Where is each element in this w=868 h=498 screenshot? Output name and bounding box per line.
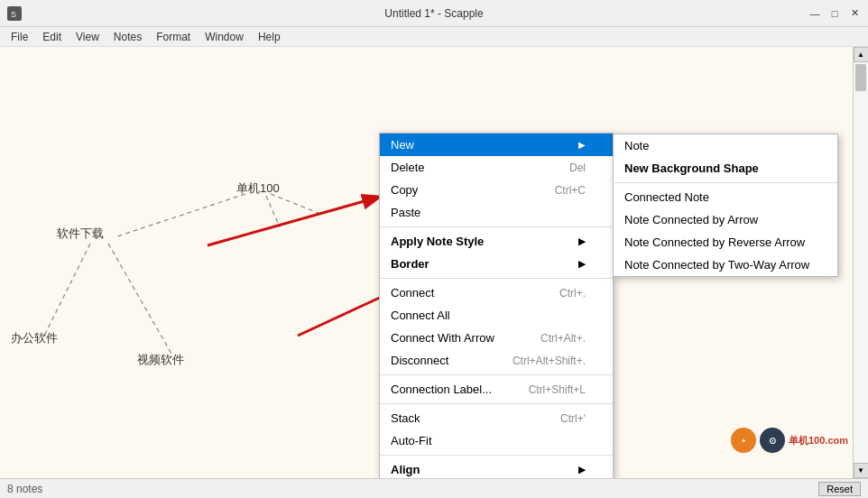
ctx-shortcut-connect: Ctrl+. [559,287,586,300]
ctx-item-connect-all[interactable]: Connect All [380,304,613,327]
ctx-label-apply-note-style: Apply Note Style [391,235,484,248]
submenu-new: Note New Background Shape Connected Note… [613,134,838,277]
ctx-item-note-connected-by-reverse-arrow[interactable]: Note Connected by Reverse Arrow [614,231,837,254]
ctx-item-connect[interactable]: Connect Ctrl+. [380,281,613,304]
ctx-item-apply-note-style[interactable]: Apply Note Style ▶ [380,230,613,253]
svg-line-2 [117,194,245,236]
ctx-item-note[interactable]: Note [614,134,837,157]
ctx-sep-3 [380,374,613,375]
ctx-arrow-border: ▶ [578,259,586,269]
menu-notes[interactable]: Notes [106,29,149,45]
ctx-sep-1 [380,226,613,227]
menu-help[interactable]: Help [251,29,288,45]
canvas-note-bangongruanjian[interactable]: 办公软件 [11,330,58,346]
window-controls: — □ ✕ [808,7,861,20]
ctx-label-note-connected-by-reverse-arrow: Note Connected by Reverse Arrow [624,235,805,249]
ctx-item-connected-note[interactable]: Connected Note [614,186,837,208]
ctx-label-paste: Paste [391,206,420,219]
menu-view[interactable]: View [69,29,106,45]
ctx-item-paste[interactable]: Paste [380,201,613,224]
canvas-note-ruanjianxiazai[interactable]: 软件下载 [57,226,104,242]
ctx-label-note-connected-by-arrow: Note Connected by Arrow [624,213,758,226]
scrollbar[interactable]: ▲ ▼ [853,47,868,478]
ctx-label-delete: Delete [391,161,425,174]
ctx-item-new[interactable]: New ▶ [380,134,613,156]
ctx-label-new: New [391,138,414,152]
svg-line-3 [43,244,90,337]
window-title: Untitled 1* - Scapple [0,7,868,20]
context-menu: New ▶ Delete Del Copy Ctrl+C Paste Apply… [379,133,614,478]
ctx-item-new-background-shape[interactable]: New Background Shape [614,157,837,180]
scroll-track[interactable] [854,62,868,463]
ctx-item-align[interactable]: Align ▶ [380,458,613,478]
ctx-item-connection-label[interactable]: Connection Label... Ctrl+Shift+L [380,378,613,401]
ctx-label-connect-with-arrow: Connect With Arrow [391,331,494,345]
ctx-label-auto-fit: Auto-Fit [391,434,432,447]
minimize-button[interactable]: — [808,7,821,20]
ctx-shortcut-connection-label: Ctrl+Shift+L [529,383,586,396]
statusbar: 8 notes Reset [0,478,868,498]
ctx-label-connect-all: Connect All [391,309,450,322]
menubar: File Edit View Notes Format Window Help [0,27,868,47]
svg-line-4 [108,244,171,354]
menu-window[interactable]: Window [198,29,251,45]
ctx-label-stack: Stack [391,411,420,425]
ctx-label-note-connected-by-two-way-arrow: Note Connected by Two-Way Arrow [624,258,809,272]
menu-format[interactable]: Format [149,29,198,45]
scroll-up-arrow[interactable]: ▲ [854,47,869,62]
ctx-label-disconnect: Disconnect [391,354,448,367]
svg-line-6 [271,194,320,214]
scroll-down-arrow[interactable]: ▼ [854,463,869,478]
ctx-arrow-new: ▶ [578,140,586,150]
ctx-label-border: Border [391,257,429,271]
sub-sep-1 [614,182,837,183]
ctx-item-connect-with-arrow[interactable]: Connect With Arrow Ctrl+Alt+. [380,327,613,349]
ctx-label-connection-label: Connection Label... [391,383,492,396]
ctx-item-copy[interactable]: Copy Ctrl+C [380,179,613,201]
canvas: 单机100 软件下载 办公软件 视频软件 New ▶ Delete Del [0,47,868,478]
svg-line-5 [266,196,280,227]
ctx-item-note-connected-by-two-way-arrow[interactable]: Note Connected by Two-Way Arrow [614,254,837,276]
menu-file[interactable]: File [4,29,35,45]
logo-text: 单机100.com [789,434,848,447]
logo-circle-dark: ⊙ [760,428,785,453]
ctx-sep-5 [380,455,613,456]
ctx-arrow-align: ▶ [578,465,586,475]
ctx-label-connect: Connect [391,286,434,300]
ctx-shortcut-delete: Del [569,161,586,174]
logo-circle-orange: + [731,428,756,453]
logo-area: + ⊙ 单机100.com [731,428,848,453]
ctx-label-connected-note: Connected Note [624,190,709,204]
ctx-item-stack[interactable]: Stack Ctrl+' [380,407,613,429]
ctx-item-disconnect[interactable]: Disconnect Ctrl+Alt+Shift+. [380,349,613,372]
ctx-shortcut-disconnect: Ctrl+Alt+Shift+. [512,355,586,367]
reset-button[interactable]: Reset [818,482,861,496]
ctx-item-border[interactable]: Border ▶ [380,253,613,275]
ctx-label-new-background-shape: New Background Shape [624,161,759,175]
ctx-label-align: Align [391,463,420,476]
ctx-shortcut-stack: Ctrl+' [560,412,586,425]
notes-count: 8 notes [7,483,42,495]
close-button[interactable]: ✕ [848,7,861,20]
ctx-item-auto-fit[interactable]: Auto-Fit [380,429,613,452]
reset-area: Reset [818,482,861,496]
canvas-note-danjis100[interactable]: 单机100 [236,180,280,197]
ctx-label-copy: Copy [391,183,418,197]
titlebar: S Untitled 1* - Scapple — □ ✕ [0,0,868,27]
menu-edit[interactable]: Edit [35,29,69,45]
ctx-item-delete[interactable]: Delete Del [380,156,613,179]
canvas-note-shipinruanjian[interactable]: 视频软件 [137,352,184,368]
ctx-shortcut-connect-with-arrow: Ctrl+Alt+. [540,332,586,345]
ctx-sep-4 [380,403,613,404]
maximize-button[interactable]: □ [828,7,841,20]
ctx-arrow-apply-note-style: ▶ [578,236,586,246]
ctx-sep-2 [380,278,613,279]
ctx-label-note: Note [624,139,649,152]
app-icon: S [7,6,22,21]
svg-text:S: S [11,10,16,19]
ctx-shortcut-copy: Ctrl+C [555,184,586,197]
scroll-thumb[interactable] [855,64,866,91]
ctx-item-note-connected-by-arrow[interactable]: Note Connected by Arrow [614,208,837,231]
